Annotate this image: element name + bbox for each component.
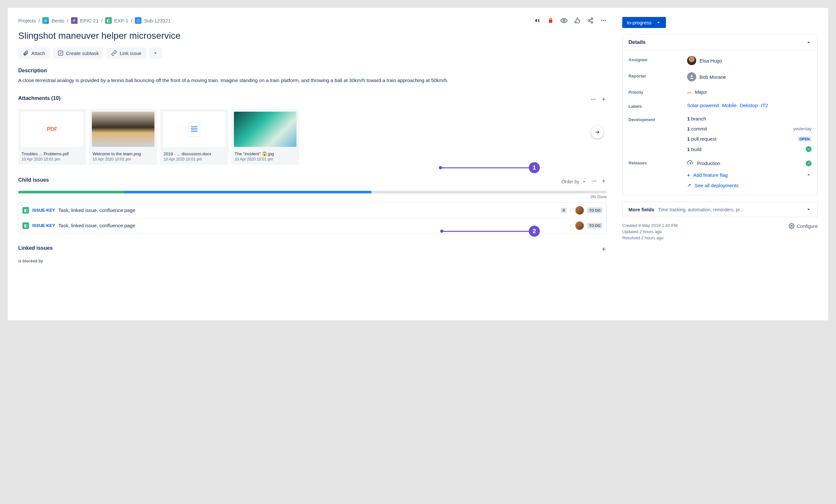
label-tag[interactable]: Solar-powered [687,102,719,108]
attachment-date: 10 Apr 2020 10:01 pm [21,157,83,161]
assignee-avatar[interactable] [575,206,584,215]
details-heading: Details [628,39,645,45]
breadcrumb-row: Projects / ◎ Bento / ⚡ EPIC-21 / ◧ EXP-1… [18,17,607,24]
status-dropdown[interactable]: In-progress [622,17,666,28]
svg-point-13 [595,181,596,182]
see-all-label: See all deployments [695,183,739,188]
assignee-field[interactable]: Assignee Elsa Hugo [628,56,812,65]
crumb-sub[interactable]: Sub-123321 [144,18,171,23]
svg-point-3 [591,21,593,23]
linked-add-icon[interactable] [601,246,607,253]
lock-icon[interactable] [547,17,554,24]
child-progress-bar [18,191,607,193]
label-tag[interactable]: IT2 [761,102,768,108]
add-feature-flag[interactable]: + Add feature flag [687,172,812,178]
assignee-avatar[interactable] [575,221,584,230]
release-success-icon: ✓ [806,160,812,167]
more-fields-panel[interactable]: More fields Time tracking, automation, r… [622,201,818,217]
field-label: Development [628,116,687,122]
open-link-icon: ↗ [687,182,691,188]
svg-point-5 [603,20,604,21]
attach-button[interactable]: Attach [18,47,50,59]
order-by-button[interactable]: Order by [562,179,587,185]
create-subtask-button[interactable]: Create subtask [53,47,103,59]
attachment-card[interactable]: The "incident" 😱.jpg 10 Apr 2020 10:01 p… [231,109,299,165]
crumb-project[interactable]: Bento [52,18,64,23]
issue-type-icon: ◧ [22,222,29,229]
priority-arrow-icon: ↑ [570,223,572,228]
attachment-card[interactable]: Welcome to the team.png 10 Apr 2020 10:0… [89,109,157,165]
dev-pr-row[interactable]: 1 pull request OPEN [687,136,812,142]
chevron-up-icon [806,39,812,45]
child-issue-row[interactable]: ◧ ISSUE-KEY Task, linked issue, confluen… [19,203,606,218]
link-issue-button[interactable]: Link issue [107,47,146,59]
svg-rect-7 [58,51,63,55]
see-all-deployments[interactable]: ↗ See all deployments [687,182,812,188]
chevron-down-icon [152,50,158,56]
child-key[interactable]: ISSUE-KEY [32,223,55,228]
vote-icon[interactable] [574,17,581,24]
link-label: Link issue [119,51,141,56]
link-issue-dropdown[interactable] [149,47,162,59]
child-summary: Task, linked issue, confluence page [58,207,557,213]
chevron-down-icon [806,207,812,212]
child-more-icon[interactable] [591,178,597,185]
release-env-row[interactable]: Production ✓ [687,159,812,167]
field-label: Releases [628,159,687,166]
dev-commit-row[interactable]: 1 commit yesterday [687,126,812,132]
attachments-add-icon[interactable] [601,96,607,103]
gear-icon [789,223,795,229]
details-panel-header[interactable]: Details [623,35,817,50]
attachment-card[interactable]: 2019 - ... discussion.docx 10 Apr 2020 1… [160,109,228,165]
attachments-more-icon[interactable] [590,96,596,103]
svg-point-8 [591,99,592,100]
description-heading: Description [18,68,607,74]
more-icon[interactable] [600,17,607,24]
configure-button[interactable]: Configure [789,223,818,229]
dev-branch-row[interactable]: 1 branch [687,116,812,121]
label-tag[interactable]: Dekstop [740,102,758,108]
field-label: Assignee [628,56,687,62]
reporter-field[interactable]: Reporter Bob Morane [628,72,812,81]
feedback-icon[interactable] [534,17,541,24]
svg-point-11 [592,181,593,182]
description-text[interactable]: A close terrestrial analogy is provided … [18,77,607,84]
child-add-icon[interactable] [601,178,607,185]
progress-inprogress-segment [124,191,372,193]
attachment-date: 10 Apr 2020 10:01 pm [164,157,225,161]
svg-point-9 [593,99,594,100]
child-done-percent: 0% Done [18,195,607,199]
carousel-next-button[interactable] [591,126,603,138]
svg-point-1 [591,18,593,20]
attachments-header: Attachments (10) [18,95,607,104]
priority-field[interactable]: Priority ︽ Major [628,89,812,95]
issue-view: Projects / ◎ Bento / ⚡ EPIC-21 / ◧ EXP-1… [8,8,828,321]
status-label: In-progress [627,20,651,25]
paperclip-icon [23,50,29,56]
releases-field: Releases Production ✓ + Ad [628,159,812,188]
watch-icon[interactable] [560,17,568,24]
dev-build-row[interactable]: 1 build ✓ [687,146,812,152]
field-label: Labels [628,102,687,109]
chevron-down-icon [656,20,661,25]
svg-point-0 [563,20,565,21]
field-label: Priority [628,89,687,95]
label-tag[interactable]: Mobile [722,102,737,108]
breadcrumb-sep: / [131,18,132,23]
attachment-name: The "incident" 😱.jpg [234,151,296,156]
share-icon[interactable] [587,17,594,24]
child-key[interactable]: ISSUE-KEY [32,208,55,213]
svg-point-14 [691,75,692,77]
chevron-down-icon [581,179,587,185]
child-status[interactable]: TO DO [587,207,603,213]
chevron-down-icon [806,172,812,178]
child-status[interactable]: TO DO [587,223,603,229]
svg-point-12 [594,181,594,182]
issue-title[interactable]: Slingshot maneuver helper microservice [18,31,607,41]
labels-field[interactable]: Labels Solar-powered Mobile Dekstop IT2 [628,102,812,109]
linked-issues-header: Linked issues [18,245,607,254]
attachment-card[interactable]: PDF Troubles ... Problems.pdf 10 Apr 202… [18,109,86,165]
crumb-epic[interactable]: EPIC-21 [80,18,99,23]
crumb-projects[interactable]: Projects [18,18,36,23]
crumb-exp[interactable]: EXP-1 [114,18,128,23]
